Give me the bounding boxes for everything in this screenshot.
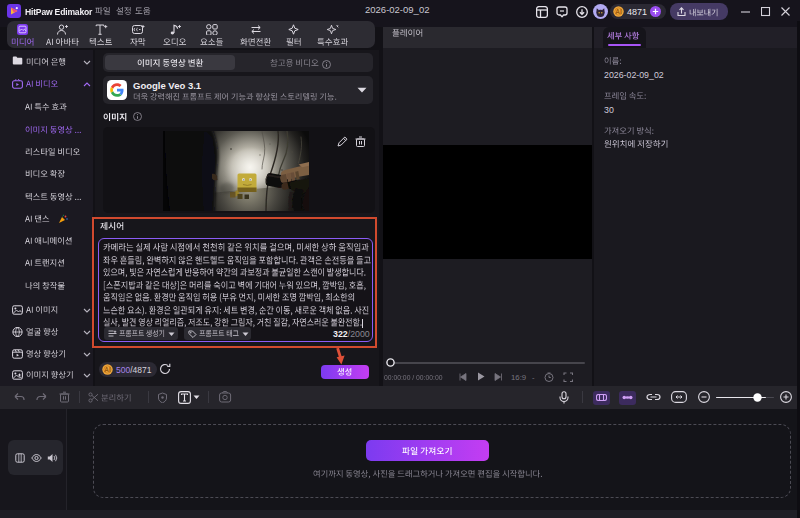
svg-text:AI: AI [615, 8, 622, 15]
svg-text:AI: AI [104, 366, 111, 373]
